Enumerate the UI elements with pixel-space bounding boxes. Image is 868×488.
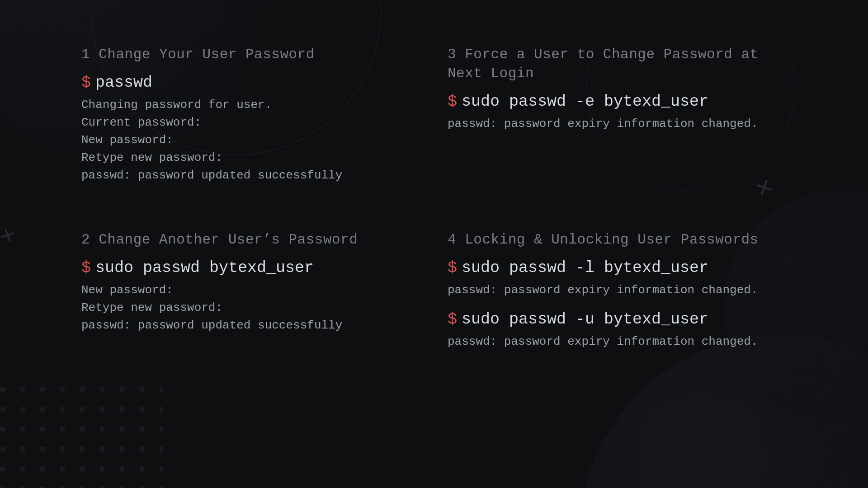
section-number: 1 [81, 47, 90, 62]
command-line: $sudo passwd -e bytexd_user [448, 91, 796, 113]
section-number: 2 [81, 232, 90, 248]
section-3: 3 Force a User to Change Password at Nex… [448, 45, 796, 212]
command-block: $passwd Changing password for user. Curr… [81, 72, 429, 184]
section-heading: 4 Locking & Unlocking User Passwords [448, 230, 796, 249]
command-text: passwd [95, 74, 152, 92]
command-line: $passwd [81, 72, 429, 94]
command-output: New password: Retype new password: passw… [81, 282, 429, 334]
command-output: passwd: password expiry information chan… [448, 333, 796, 351]
command-block: $sudo passwd -e bytexd_user passwd: pass… [448, 91, 796, 133]
shell-prompt-icon: $ [81, 259, 91, 277]
section-heading: 1 Change Your User Password [81, 45, 429, 64]
command-line: $sudo passwd -u bytexd_user [448, 309, 796, 330]
command-output: passwd: password expiry information chan… [448, 282, 796, 299]
command-block: $sudo passwd -l bytexd_user passwd: pass… [448, 258, 796, 299]
command-line: $sudo passwd bytexd_user [81, 258, 429, 279]
command-text: sudo passwd -e bytexd_user [462, 93, 708, 111]
command-output: Changing password for user. Current pass… [81, 96, 429, 184]
section-2: 2 Change Another User’s Password $sudo p… [81, 230, 429, 398]
section-title: Force a User to Change Password at Next … [448, 47, 759, 81]
section-1: 1 Change Your User Password $passwd Chan… [81, 45, 429, 212]
section-title: Change Another User’s Password [99, 232, 358, 248]
section-number: 4 [448, 232, 456, 248]
command-block: $sudo passwd bytexd_user New password: R… [81, 258, 429, 334]
section-title: Locking & Unlocking User Passwords [465, 232, 759, 248]
section-title: Change Your User Password [99, 47, 315, 62]
shell-prompt-icon: $ [81, 74, 91, 92]
command-line: $sudo passwd -l bytexd_user [448, 258, 796, 279]
shell-prompt-icon: $ [448, 259, 457, 277]
command-text: sudo passwd bytexd_user [95, 259, 314, 277]
command-examples-grid: 1 Change Your User Password $passwd Chan… [0, 0, 868, 488]
command-text: sudo passwd -u bytexd_user [462, 310, 708, 328]
section-heading: 3 Force a User to Change Password at Nex… [448, 45, 764, 83]
command-text: sudo passwd -l bytexd_user [462, 259, 708, 277]
command-block: $sudo passwd -u bytexd_user passwd: pass… [448, 309, 796, 351]
shell-prompt-icon: $ [448, 93, 457, 111]
section-heading: 2 Change Another User’s Password [81, 230, 429, 249]
section-4: 4 Locking & Unlocking User Passwords $su… [448, 230, 796, 398]
shell-prompt-icon: $ [448, 310, 457, 328]
command-output: passwd: password expiry information chan… [448, 115, 796, 133]
section-number: 3 [448, 47, 456, 62]
